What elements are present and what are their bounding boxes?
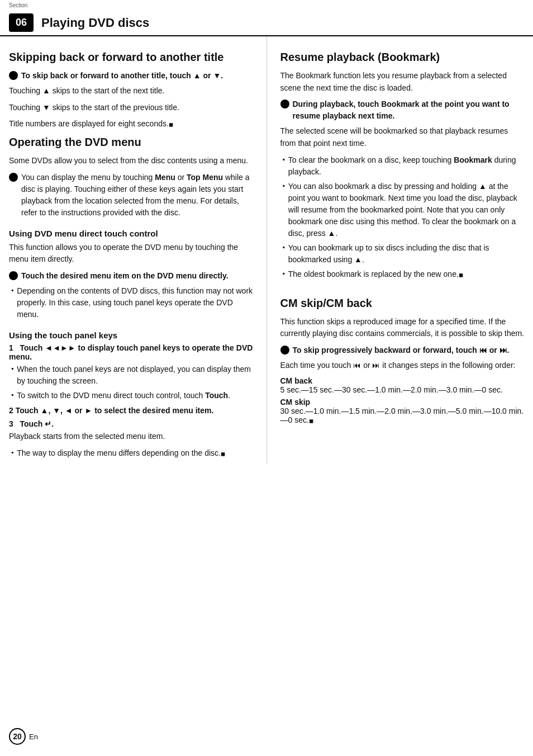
step3: 3 Touch ↵. Playback starts from the sele… — [9, 419, 253, 459]
page-language: En — [29, 733, 38, 741]
bullet-dot-icon-5 — [280, 346, 289, 355]
cm-back-section: CM back 5 sec.—15 sec.—30 sec.—1.0 min.—… — [280, 376, 525, 394]
bullet-dot-icon-2 — [9, 173, 18, 182]
cm-para: This function skips a reproduced image f… — [280, 316, 525, 340]
section-panel-keys: Using the touch panel keys 1 Touch ◄◄►► … — [9, 330, 253, 459]
bullet-dot-icon-4 — [280, 100, 289, 108]
cm-back-label: CM back — [280, 376, 313, 385]
left-column: Skipping back or forward to another titl… — [9, 36, 266, 464]
skip-para2: Touching ▼ skips to the start of the pre… — [9, 102, 253, 114]
cm-skip-section: CM skip 30 sec.—1.0 min.—1.5 min.—2.0 mi… — [280, 398, 525, 424]
dvd-menu-bullet-text: You can display the menu by touching Men… — [21, 172, 253, 219]
section-dvd-menu: Operating the DVD menu Some DVDs allow y… — [9, 135, 253, 219]
resume-bullet: During playback, touch Bookmark at the p… — [280, 98, 525, 122]
bullet-dot-icon — [9, 71, 18, 80]
step3-sq1: ▪ The way to display the menu differs de… — [9, 447, 253, 459]
dvd-menu-para: Some DVDs allow you to select from the d… — [9, 155, 253, 167]
step3-para: Playback starts from the selected menu i… — [9, 431, 253, 443]
skip-para3: Title numbers are displayed for eight se… — [9, 118, 253, 130]
sq-bullet-mark-5: ▪ — [283, 155, 285, 163]
dvd-menu-bullet: You can display the menu by touching Men… — [9, 172, 253, 219]
direct-touch-sq1: ▪ Depending on the contents of DVD discs… — [9, 285, 253, 320]
dvd-menu-title: Operating the DVD menu — [9, 135, 253, 149]
section-resume: Resume playback (Bookmark) The Bookmark … — [280, 50, 525, 280]
stop-icon-3: ◼ — [459, 272, 463, 278]
resume-bullet-heading: During playback, touch Bookmark at the p… — [293, 100, 510, 120]
stop-icon-1: ◼ — [169, 121, 173, 127]
page-number-box: 20 — [9, 728, 26, 745]
resume-sq1: ▪ To clear the bookmark on a disc, keep … — [280, 154, 525, 178]
resume-sq2-text: You can also bookmark a disc by pressing… — [288, 181, 524, 239]
direct-touch-sq1-text: Depending on the contents of DVD discs, … — [17, 285, 253, 320]
sq-bullet-mark-4: ▪ — [11, 448, 13, 456]
direct-touch-bullet-text: Touch the desired menu item on the DVD m… — [21, 270, 253, 282]
step1: 1 Touch ◄◄►► to display touch panel keys… — [9, 343, 253, 401]
resume-sq4-text: The oldest bookmark is replaced by the n… — [288, 268, 524, 280]
footer: 20 En — [9, 728, 38, 745]
resume-sq3-text: You can bookmark up to six discs includi… — [288, 242, 524, 266]
cm-title: CM skip/CM back — [280, 296, 525, 310]
step2-heading: 2 Touch ▲, ▼, ◄ or ► to select the desir… — [9, 406, 253, 415]
page-title: Playing DVD discs — [41, 16, 149, 30]
cm-bullet-para: Each time you touch ⏮ or ⏭ it changes st… — [280, 360, 525, 372]
sq-bullet-mark-1: ▪ — [11, 286, 13, 294]
sq-bullet-mark-3: ▪ — [11, 391, 13, 399]
section-number-box: 06 — [9, 13, 34, 32]
direct-touch-heading: Touch the desired menu item on the DVD m… — [21, 271, 229, 280]
resume-sq1-text: To clear the bookmark on a disc, keep to… — [288, 154, 524, 178]
step1-sq2-text: To switch to the DVD menu direct touch c… — [17, 390, 253, 401]
stop-icon-4: ◼ — [309, 418, 313, 424]
resume-bullet-para: The selected scene will be bookmarked so… — [280, 125, 525, 149]
step2: 2 Touch ▲, ▼, ◄ or ► to select the desir… — [9, 406, 253, 415]
sq-bullet-mark-7: ▪ — [283, 243, 285, 251]
sq-bullet-mark-6: ▪ — [283, 182, 285, 190]
resume-sq2: ▪ You can also bookmark a disc by pressi… — [280, 181, 525, 239]
section-skip: Skipping back or forward to another titl… — [9, 50, 253, 130]
cm-bullet-heading: To skip progressively backward or forwar… — [293, 346, 510, 355]
step1-sq2: ▪ To switch to the DVD menu direct touch… — [9, 390, 253, 401]
direct-touch-para: This function allows you to operate the … — [9, 242, 253, 266]
resume-bullet-text: During playback, touch Bookmark at the p… — [293, 98, 525, 122]
resume-para: The Bookmark function lets you resume pl… — [280, 70, 525, 94]
step1-sq1-text: When the touch panel keys are not displa… — [17, 363, 253, 387]
resume-sq4: ▪ The oldest bookmark is replaced by the… — [280, 268, 525, 280]
cm-bullet: To skip progressively backward or forwar… — [280, 344, 525, 356]
resume-title: Resume playback (Bookmark) — [280, 50, 525, 64]
step3-heading: 3 Touch ↵. — [9, 419, 253, 428]
step3-sq1-text: The way to display the menu differs depe… — [17, 447, 253, 459]
cm-back-steps: 5 sec.—15 sec.—30 sec.—1.0 min.—2.0 min.… — [280, 385, 503, 394]
section-direct-touch: Using DVD menu direct touch control This… — [9, 229, 253, 320]
skip-bullet-heading: To skip back or forward to another title… — [21, 71, 223, 80]
skip-bullet: To skip back or forward to another title… — [9, 70, 253, 82]
skip-bullet-text: To skip back or forward to another title… — [21, 70, 253, 82]
sq-bullet-mark-8: ▪ — [283, 270, 285, 277]
skip-title: Skipping back or forward to another titl… — [9, 50, 253, 64]
cm-skip-label: CM skip — [280, 398, 311, 407]
skip-para1: Touching ▲ skips to the start of the nex… — [9, 85, 253, 97]
right-column: Resume playback (Bookmark) The Bookmark … — [266, 36, 525, 464]
resume-sq3: ▪ You can bookmark up to six discs inclu… — [280, 242, 525, 266]
sq-bullet-mark-2: ▪ — [11, 365, 13, 372]
step1-sq1: ▪ When the touch panel keys are not disp… — [9, 363, 253, 387]
direct-touch-title: Using DVD menu direct touch control — [9, 229, 253, 238]
cm-bullet-text: To skip progressively backward or forwar… — [293, 344, 525, 356]
section-label: Section — [9, 2, 27, 8]
bullet-dot-icon-3 — [9, 271, 18, 280]
panel-keys-title: Using the touch panel keys — [9, 330, 253, 340]
section-cm: CM skip/CM back This function skips a re… — [280, 296, 525, 424]
step1-heading: 1 Touch ◄◄►► to display touch panel keys… — [9, 343, 253, 361]
direct-touch-bullet: Touch the desired menu item on the DVD m… — [9, 270, 253, 282]
stop-icon-2: ◼ — [221, 451, 225, 457]
cm-skip-steps: 30 sec.—1.0 min.—1.5 min.—2.0 min.—3.0 m… — [280, 407, 524, 424]
